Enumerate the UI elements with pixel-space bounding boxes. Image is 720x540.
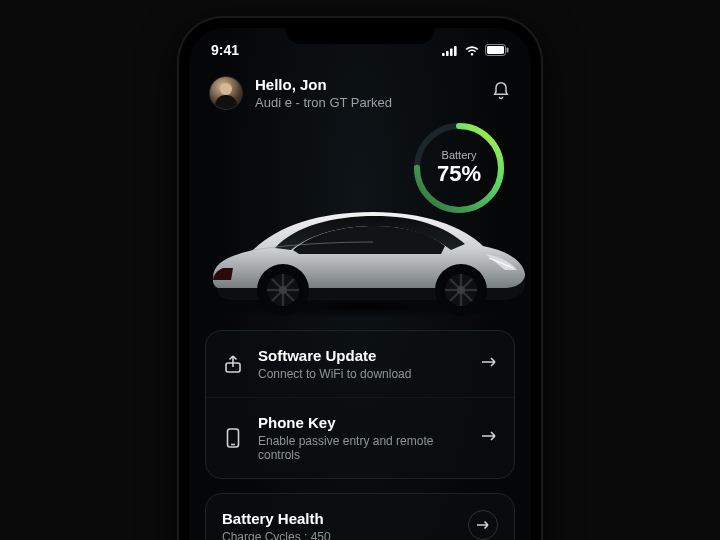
chevron-right-icon — [480, 355, 498, 373]
status-indicators — [442, 44, 509, 56]
signal-icon — [442, 45, 459, 56]
battery-health-card[interactable]: Battery Health Charge Cycles : 450 60% — [205, 493, 515, 540]
svg-point-23 — [457, 286, 465, 294]
phone-key-subtitle: Enable passive entry and remote controls — [258, 434, 466, 462]
svg-point-17 — [435, 264, 487, 316]
chevron-right-icon — [480, 429, 498, 447]
svg-rect-0 — [442, 53, 445, 56]
svg-point-16 — [279, 286, 287, 294]
svg-rect-3 — [454, 46, 457, 56]
battery-ring-label: Battery — [442, 149, 477, 161]
app-screen: 9:41 Hello, Jon Audi e - tron GT Parked — [189, 28, 531, 540]
action-cards: Software Update Connect to WiFi to downl… — [205, 330, 515, 479]
svg-point-9 — [203, 292, 523, 318]
svg-line-22 — [450, 279, 472, 301]
phone-key-row[interactable]: Phone Key Enable passive entry and remot… — [206, 397, 514, 478]
notification-bell-icon[interactable] — [491, 81, 511, 105]
svg-rect-2 — [450, 48, 453, 56]
svg-point-11 — [267, 274, 299, 306]
upload-icon — [222, 354, 244, 374]
battery-health-title: Battery Health — [222, 510, 331, 527]
wifi-icon — [464, 45, 480, 56]
software-update-subtitle: Connect to WiFi to download — [258, 367, 466, 381]
phone-key-title: Phone Key — [258, 414, 466, 431]
battery-icon — [485, 44, 509, 56]
software-update-title: Software Update — [258, 347, 466, 364]
header: Hello, Jon Audi e - tron GT Parked — [189, 62, 531, 114]
battery-ring[interactable]: Battery 75% — [411, 120, 507, 216]
phone-icon — [222, 428, 244, 448]
phone-notch — [285, 18, 435, 44]
svg-point-10 — [257, 264, 309, 316]
phone-frame: 9:41 Hello, Jon Audi e - tron GT Parked — [179, 18, 541, 540]
status-time: 9:41 — [211, 42, 239, 58]
vehicle-status-text: Audi e - tron GT Parked — [255, 95, 479, 110]
svg-rect-1 — [446, 51, 449, 56]
svg-rect-6 — [507, 48, 509, 53]
battery-ring-percent: 75% — [437, 161, 481, 187]
svg-line-14 — [272, 279, 294, 301]
svg-point-18 — [445, 274, 477, 306]
software-update-row[interactable]: Software Update Connect to WiFi to downl… — [206, 331, 514, 397]
vehicle-hero: Battery 75% — [189, 116, 531, 326]
battery-health-arrow-button[interactable] — [468, 510, 498, 540]
charge-cycles-text: Charge Cycles : 450 — [222, 530, 331, 540]
greeting-text: Hello, Jon — [255, 76, 479, 93]
avatar[interactable] — [209, 76, 243, 110]
svg-line-21 — [450, 279, 472, 301]
svg-line-15 — [272, 279, 294, 301]
greeting-block: Hello, Jon Audi e - tron GT Parked — [255, 76, 479, 110]
svg-rect-5 — [487, 46, 504, 54]
